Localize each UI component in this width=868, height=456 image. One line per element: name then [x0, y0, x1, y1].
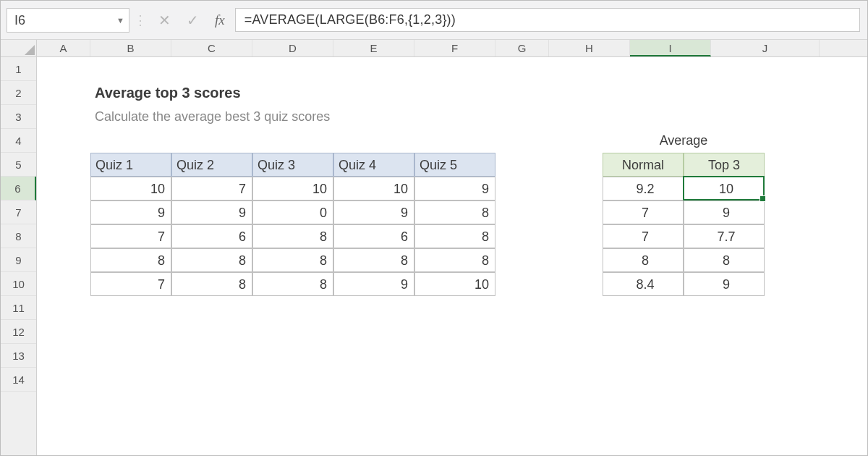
cell-D9[interactable]: 8 — [252, 248, 333, 272]
cell-D8[interactable]: 8 — [252, 224, 333, 248]
cell-E9[interactable]: 8 — [333, 248, 414, 272]
col-header-E[interactable]: E — [333, 40, 414, 56]
cell-B6[interactable]: 10 — [90, 177, 171, 200]
cell-H7[interactable]: 7 — [603, 200, 684, 224]
name-box-value: I6 — [14, 13, 25, 28]
cell-title[interactable]: Average top 3 scores — [90, 81, 245, 105]
row-header-5[interactable]: 5 — [1, 153, 36, 177]
cell-F9[interactable]: 8 — [414, 248, 495, 272]
column-headers: A B C D E F G H I J — [1, 40, 867, 57]
header-quiz5[interactable]: Quiz 5 — [414, 153, 495, 177]
row-header-8[interactable]: 8 — [1, 224, 36, 248]
cell-F10[interactable]: 10 — [414, 272, 495, 296]
cell-B10[interactable]: 7 — [90, 272, 171, 296]
dropdown-icon[interactable]: ▼ — [116, 16, 124, 25]
cell-C7[interactable]: 9 — [171, 200, 252, 224]
col-header-C[interactable]: C — [171, 40, 252, 56]
cell-I10[interactable]: 9 — [684, 272, 765, 296]
cell-H9[interactable]: 8 — [603, 248, 684, 272]
col-header-F[interactable]: F — [414, 40, 495, 56]
name-box[interactable]: I6 ▼ — [7, 8, 129, 33]
formula-bar-buttons: ✕ ✓ fx — [151, 1, 232, 39]
row-header-11[interactable]: 11 — [1, 296, 36, 320]
cell-C10[interactable]: 8 — [171, 272, 252, 296]
cell-I7[interactable]: 9 — [684, 200, 765, 224]
col-header-D[interactable]: D — [252, 40, 333, 56]
cell-C8[interactable]: 6 — [171, 224, 252, 248]
cell-average-label[interactable]: Average — [603, 129, 765, 153]
row-header-12[interactable]: 12 — [1, 320, 36, 344]
cell-H8[interactable]: 7 — [603, 224, 684, 248]
formula-bar: I6 ▼ ⋮ ✕ ✓ fx =AVERAGE(LARGE(B6:F6,{1,2,… — [1, 1, 867, 40]
cell-B8[interactable]: 7 — [90, 224, 171, 248]
cell-E8[interactable]: 6 — [333, 224, 414, 248]
header-quiz1[interactable]: Quiz 1 — [90, 153, 171, 177]
cell-E6[interactable]: 10 — [333, 177, 414, 200]
cell-C6[interactable]: 7 — [171, 177, 252, 200]
cell-B9[interactable]: 8 — [90, 248, 171, 272]
col-header-G[interactable]: G — [495, 40, 549, 56]
cell-I9[interactable]: 8 — [684, 248, 765, 272]
header-quiz3[interactable]: Quiz 3 — [252, 153, 333, 177]
cell-I6[interactable]: 10 — [684, 177, 765, 200]
row-headers: 1 2 3 4 5 6 7 8 9 10 11 12 13 14 — [1, 57, 37, 455]
cell-C9[interactable]: 8 — [171, 248, 252, 272]
cell-D6[interactable]: 10 — [252, 177, 333, 200]
row-header-10[interactable]: 10 — [1, 272, 36, 296]
cell-B7[interactable]: 9 — [90, 200, 171, 224]
formula-input[interactable]: =AVERAGE(LARGE(B6:F6,{1,2,3})) — [235, 8, 860, 32]
row-header-9[interactable]: 9 — [1, 248, 36, 272]
spreadsheet-grid[interactable]: A B C D E F G H I J 1 2 3 4 5 6 7 8 9 10… — [1, 40, 867, 455]
col-header-B[interactable]: B — [90, 40, 171, 56]
cells-area[interactable]: Average top 3 scores Calculate the avera… — [37, 57, 867, 455]
header-quiz4[interactable]: Quiz 4 — [333, 153, 414, 177]
row-header-14[interactable]: 14 — [1, 368, 36, 392]
select-all-corner[interactable] — [1, 40, 37, 56]
fx-icon[interactable]: fx — [215, 12, 225, 28]
header-top3[interactable]: Top 3 — [684, 153, 765, 177]
cell-F8[interactable]: 8 — [414, 224, 495, 248]
cell-I8[interactable]: 7.7 — [684, 224, 765, 248]
cell-D7[interactable]: 0 — [252, 200, 333, 224]
cell-E7[interactable]: 9 — [333, 200, 414, 224]
cell-E10[interactable]: 9 — [333, 272, 414, 296]
divider: ⋮ — [129, 1, 151, 39]
col-header-J[interactable]: J — [711, 40, 820, 56]
cancel-icon[interactable]: ✕ — [158, 12, 171, 29]
col-header-H[interactable]: H — [549, 40, 630, 56]
cell-F6[interactable]: 9 — [414, 177, 495, 200]
row-header-4[interactable]: 4 — [1, 129, 36, 153]
header-quiz2[interactable]: Quiz 2 — [171, 153, 252, 177]
cell-H10[interactable]: 8.4 — [603, 272, 684, 296]
cell-subtitle[interactable]: Calculate the average best 3 quiz scores — [90, 105, 334, 129]
cell-H6[interactable]: 9.2 — [603, 177, 684, 200]
enter-icon[interactable]: ✓ — [187, 12, 199, 29]
cell-F7[interactable]: 8 — [414, 200, 495, 224]
formula-text: =AVERAGE(LARGE(B6:F6,{1,2,3})) — [244, 12, 456, 28]
row-header-7[interactable]: 7 — [1, 200, 36, 224]
col-header-A[interactable]: A — [37, 40, 90, 56]
row-header-6[interactable]: 6 — [1, 177, 36, 200]
row-header-2[interactable]: 2 — [1, 81, 36, 105]
header-normal[interactable]: Normal — [603, 153, 684, 177]
row-header-3[interactable]: 3 — [1, 105, 36, 129]
row-header-13[interactable]: 13 — [1, 344, 36, 368]
col-header-I[interactable]: I — [630, 40, 711, 56]
cell-D10[interactable]: 8 — [252, 272, 333, 296]
row-header-1[interactable]: 1 — [1, 57, 36, 81]
excel-window: I6 ▼ ⋮ ✕ ✓ fx =AVERAGE(LARGE(B6:F6,{1,2,… — [0, 0, 868, 456]
